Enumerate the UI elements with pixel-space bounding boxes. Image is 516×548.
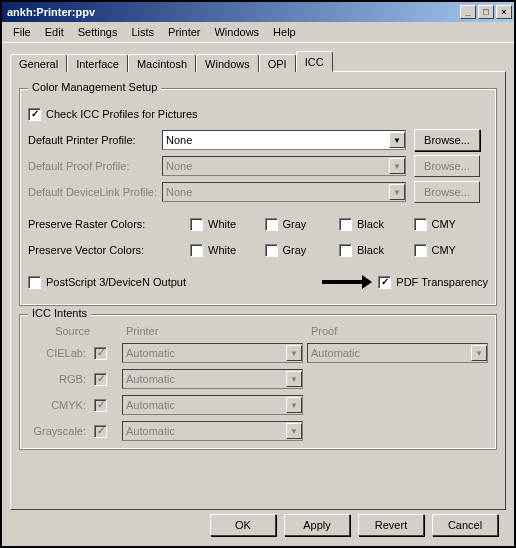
preserve-raster-label: Preserve Raster Colors: [28,218,162,230]
row-preserve-raster: Preserve Raster Colors: White Gray Black… [28,213,488,235]
menu-printer[interactable]: Printer [161,24,207,40]
chevron-down-icon: ▼ [286,371,302,387]
chevron-down-icon: ▼ [389,184,405,200]
maximize-button[interactable]: □ [478,5,494,19]
postscript-label: PostScript 3/DeviceN Output [46,276,186,288]
tab-strip: General Interface Macintosh Windows OPI … [10,49,506,71]
menu-lists[interactable]: Lists [124,24,161,40]
intents-grid: Source Printer Proof CIELab: Automatic▼ … [28,325,488,441]
check-icc-profiles-label: Check ICC Profiles for Pictures [46,108,198,120]
cancel-button[interactable]: Cancel [432,514,498,536]
intents-head-printer: Printer [122,325,303,337]
minimize-button[interactable]: _ [460,5,476,19]
tab-macintosh[interactable]: Macintosh [128,54,196,72]
intent-rgb-checkbox [94,373,107,386]
chevron-down-icon: ▼ [471,345,487,361]
menu-windows[interactable]: Windows [207,24,266,40]
printer-profile-label: Default Printer Profile: [28,134,162,146]
raster-black-checkbox[interactable] [339,218,352,231]
dialog-button-row: OK Apply Revert Cancel [10,510,506,538]
app-window: ankh:Printer:ppv _ □ × File Edit Setting… [0,0,516,548]
client-area: General Interface Macintosh Windows OPI … [2,42,514,546]
intent-rgb-printer-select: Automatic▼ [122,369,303,389]
intent-rgb-label: RGB: [28,373,90,385]
menu-edit[interactable]: Edit [38,24,71,40]
chevron-down-icon: ▼ [389,132,405,148]
arrow-icon [322,277,372,287]
row-printer-profile: Default Printer Profile: None ▼ Browse..… [28,129,488,151]
tab-panel: Color Management Setup Check ICC Profile… [10,71,506,510]
titlebar[interactable]: ankh:Printer:ppv _ □ × [2,2,514,22]
menu-help[interactable]: Help [266,24,303,40]
devicelink-profile-select: None ▼ [162,182,406,202]
intent-cmyk-printer-select: Automatic▼ [122,395,303,415]
tab-icc[interactable]: ICC [296,51,333,72]
group-color-management: Color Management Setup Check ICC Profile… [19,88,497,306]
check-icc-profiles-checkbox[interactable] [28,108,41,121]
tab-opi[interactable]: OPI [259,54,296,72]
close-button[interactable]: × [496,5,512,19]
tab-interface[interactable]: Interface [67,54,128,72]
row-proof-profile: Default Proof Profile: None ▼ Browse... [28,155,488,177]
row-devicelink-profile: Default DeviceLink Profile: None ▼ Brows… [28,181,488,203]
vector-black-checkbox[interactable] [339,244,352,257]
proof-profile-value: None [166,160,192,172]
vector-cmy-checkbox[interactable] [414,244,427,257]
intent-grayscale-printer-select: Automatic▼ [122,421,303,441]
chevron-down-icon: ▼ [286,345,302,361]
devicelink-profile-browse-button: Browse... [414,181,480,203]
intent-cielab-printer-select: Automatic▼ [122,343,303,363]
intent-cielab-label: CIELab: [28,347,90,359]
preserve-vector-label: Preserve Vector Colors: [28,244,162,256]
window-title: ankh:Printer:ppv [4,6,458,18]
intent-cmyk-label: CMYK: [28,399,90,411]
revert-button[interactable]: Revert [358,514,424,536]
minimize-icon: _ [465,7,470,17]
pdf-transparency-label: PDF Transparency [396,276,488,288]
ok-button[interactable]: OK [210,514,276,536]
chevron-down-icon: ▼ [286,397,302,413]
group-icc-intents: ICC Intents Source Printer Proof CIELab:… [19,314,497,450]
row-check-profiles: Check ICC Profiles for Pictures [28,103,488,125]
proof-profile-label: Default Proof Profile: [28,160,162,172]
group-color-management-title: Color Management Setup [28,81,161,93]
intent-cielab-checkbox [94,347,107,360]
vector-gray-checkbox[interactable] [265,244,278,257]
menu-file[interactable]: File [6,24,38,40]
group-icc-intents-title: ICC Intents [28,307,91,319]
intent-grayscale-label: Grayscale: [28,425,90,437]
row-preserve-vector: Preserve Vector Colors: White Gray Black… [28,239,488,261]
raster-white-checkbox[interactable] [190,218,203,231]
proof-profile-select: None ▼ [162,156,406,176]
printer-profile-browse-button[interactable]: Browse... [414,129,480,151]
chevron-down-icon: ▼ [286,423,302,439]
intent-grayscale-checkbox [94,425,107,438]
row-ps-pdf: PostScript 3/DeviceN Output PDF Transpar… [28,271,488,293]
chevron-down-icon: ▼ [389,158,405,174]
maximize-icon: □ [483,7,488,17]
intent-cielab-proof-select: Automatic▼ [307,343,488,363]
close-icon: × [501,7,506,17]
menubar: File Edit Settings Lists Printer Windows… [2,22,514,42]
apply-button[interactable]: Apply [284,514,350,536]
printer-profile-value: None [166,134,192,146]
tab-windows[interactable]: Windows [196,54,259,72]
printer-profile-select[interactable]: None ▼ [162,130,406,150]
raster-cmy-checkbox[interactable] [414,218,427,231]
pdf-transparency-checkbox[interactable] [378,276,391,289]
proof-profile-browse-button: Browse... [414,155,480,177]
vector-white-checkbox[interactable] [190,244,203,257]
devicelink-profile-label: Default DeviceLink Profile: [28,186,162,198]
postscript-checkbox[interactable] [28,276,41,289]
intents-head-source: Source [28,325,90,337]
raster-gray-checkbox[interactable] [265,218,278,231]
intents-head-proof: Proof [307,325,488,337]
devicelink-profile-value: None [166,186,192,198]
tab-general[interactable]: General [10,54,67,72]
intent-cmyk-checkbox [94,399,107,412]
menu-settings[interactable]: Settings [71,24,125,40]
